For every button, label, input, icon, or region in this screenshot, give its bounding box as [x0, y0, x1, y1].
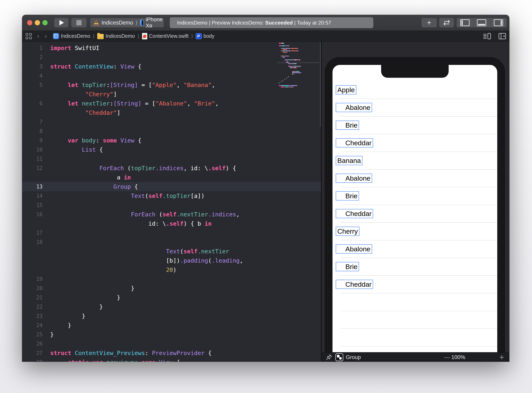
stop-button[interactable] — [71, 18, 87, 27]
list-row[interactable]: Apple — [332, 81, 497, 99]
code-line[interactable]: 14Text(self.topTier[a]) — [22, 191, 321, 201]
selected-element-label[interactable]: Group — [346, 354, 361, 360]
list-row[interactable]: Banana — [332, 152, 497, 170]
preview-text-selection-box[interactable]: Abalone — [336, 244, 372, 254]
close-window-button[interactable] — [27, 20, 32, 25]
list-row[interactable]: Cheddar — [332, 134, 497, 152]
code-line[interactable]: 3struct ContentView: View { — [22, 62, 321, 71]
minimap[interactable] — [279, 43, 319, 91]
minimize-window-button[interactable] — [35, 20, 40, 25]
editor-swap-button[interactable] — [439, 18, 454, 27]
code-line[interactable]: Text(self.nextTier — [22, 247, 321, 256]
preview-text-selection-box[interactable]: Brie — [336, 121, 359, 130]
code-line[interactable]: 2 — [22, 53, 321, 62]
code-line[interactable]: 7 — [22, 117, 321, 127]
editor-scrollbar[interactable] — [320, 42, 321, 127]
code-line[interactable]: 5let topTier:[String] = ["Apple", "Banan… — [22, 80, 321, 90]
activity-viewer[interactable]: IndicesDemo | Preview IndicesDemo: Succe… — [170, 17, 373, 28]
list-row-empty[interactable] — [332, 293, 497, 311]
toggle-debug-area-button[interactable] — [473, 18, 490, 27]
forward-button[interactable]: › — [45, 33, 47, 39]
breadcrumb-separator-icon: ⟩ — [93, 33, 95, 39]
back-button[interactable]: ‹ — [37, 33, 39, 39]
code-line[interactable]: 16ForEach (self.nextTier.indices, — [22, 210, 321, 219]
code-line[interactable]: 19 — [22, 275, 321, 284]
list-row[interactable]: Brie — [332, 187, 497, 205]
list-row[interactable]: Abalone — [332, 170, 497, 187]
code-line[interactable]: 4 — [22, 71, 321, 80]
related-items-grid-icon[interactable] — [26, 33, 32, 39]
list-row[interactable]: Brie — [332, 258, 497, 276]
breadcrumb-project[interactable]: IndicesDemo — [61, 33, 90, 39]
code-line[interactable]: "Cherry"] — [22, 90, 321, 99]
jump-bar-right — [483, 31, 506, 41]
editor-options-icon[interactable] — [483, 33, 491, 39]
preview-text-selection-box[interactable]: Cheddar — [336, 209, 373, 218]
preview-text-selection-box[interactable]: Cheddar — [336, 138, 373, 147]
toggle-inspector-button[interactable] — [490, 18, 507, 27]
source-editor[interactable]: 1import SwiftUI23struct ContentView: Vie… — [22, 42, 321, 362]
code-line[interactable]: 23} — [22, 311, 321, 321]
line-number: 19 — [22, 275, 43, 284]
scheme-selector[interactable]: IndicesDemo ⟩ iPhone Xʀ — [90, 18, 164, 27]
preview-text-selection-box[interactable]: Abalone — [336, 103, 372, 112]
preview-text-selection-box[interactable]: Banana — [336, 156, 362, 165]
code-line[interactable]: "Cheddar"] — [22, 108, 321, 117]
code-line[interactable]: 17 — [22, 228, 321, 237]
minimap-line — [288, 62, 289, 63]
list-row[interactable]: Cherry — [332, 223, 497, 240]
list-row-empty[interactable] — [332, 311, 497, 329]
code-line[interactable]: a in — [22, 173, 321, 182]
minimap-line — [291, 85, 297, 86]
pin-icon[interactable] — [326, 354, 332, 361]
code-line[interactable]: 27struct ContentView_Previews: PreviewPr… — [22, 349, 321, 358]
zoom-in-icon[interactable]: + — [499, 353, 504, 362]
minimap-line — [294, 67, 296, 68]
list-row[interactable]: Abalone — [332, 240, 497, 258]
breadcrumb-file[interactable]: ContentView.swift — [149, 33, 189, 39]
list-row[interactable]: Abalone — [332, 99, 497, 117]
code-line[interactable]: 25} — [22, 330, 321, 339]
scheme-chevron-icon: ⟩ — [136, 20, 138, 26]
code-line[interactable]: 20) — [22, 265, 321, 275]
code-line[interactable]: 8 — [22, 127, 321, 136]
toggle-navigator-button[interactable] — [457, 18, 473, 27]
code-line[interactable]: 26 — [22, 339, 321, 349]
code-line[interactable]: 12ForEach (topTier.indices, id: \.self) … — [22, 163, 321, 173]
add-editor-icon[interactable] — [498, 33, 506, 39]
preview-text-selection-box[interactable]: Brie — [336, 191, 359, 201]
breadcrumb-symbol[interactable]: body — [204, 33, 214, 39]
zoom-window-button[interactable] — [42, 20, 48, 25]
list-row[interactable]: Cheddar — [332, 276, 497, 293]
preview-text-selection-box[interactable]: Abalone — [336, 174, 372, 183]
code-line[interactable]: 11 — [22, 154, 321, 163]
breadcrumb-group[interactable]: IndicesDemo — [106, 33, 135, 39]
code-line[interactable]: 6let nextTier:[String] = ["Abalone", "Br… — [22, 99, 321, 108]
minimap-line — [295, 50, 298, 51]
code-line[interactable]: 18 — [22, 237, 321, 247]
code-line[interactable]: 13Group { — [22, 182, 321, 191]
code-line[interactable]: 28static var previews: some View { — [22, 358, 321, 362]
preview-text-selection-box[interactable]: Apple — [336, 85, 356, 94]
code-line[interactable]: [b]).padding(.leading, — [22, 256, 321, 265]
code-line[interactable]: 1import SwiftUI — [22, 43, 321, 53]
code-text: var body: some View { — [50, 136, 142, 145]
preview-text-selection-box[interactable]: Cherry — [336, 227, 359, 236]
library-button[interactable]: + — [421, 18, 437, 27]
zoom-out-icon[interactable]: — — [444, 354, 450, 361]
preview-text-selection-box[interactable]: Cheddar — [336, 280, 373, 289]
code-line[interactable]: 9var body: some View { — [22, 136, 321, 145]
code-line[interactable]: id: \.self) { b in — [22, 219, 321, 228]
code-line[interactable]: 21} — [22, 293, 321, 302]
list-row-empty[interactable] — [332, 329, 497, 346]
code-line[interactable]: 15 — [22, 201, 321, 210]
run-button[interactable] — [54, 18, 68, 27]
list-row-empty[interactable] — [332, 346, 497, 352]
list-row[interactable]: Brie — [332, 117, 497, 134]
preview-text-selection-box[interactable]: Brie — [336, 262, 359, 271]
code-line[interactable]: 10List { — [22, 145, 321, 154]
list-row[interactable]: Cheddar — [332, 205, 497, 223]
code-line[interactable]: 20} — [22, 284, 321, 293]
code-line[interactable]: 24} — [22, 321, 321, 330]
code-line[interactable]: 22} — [22, 302, 321, 311]
